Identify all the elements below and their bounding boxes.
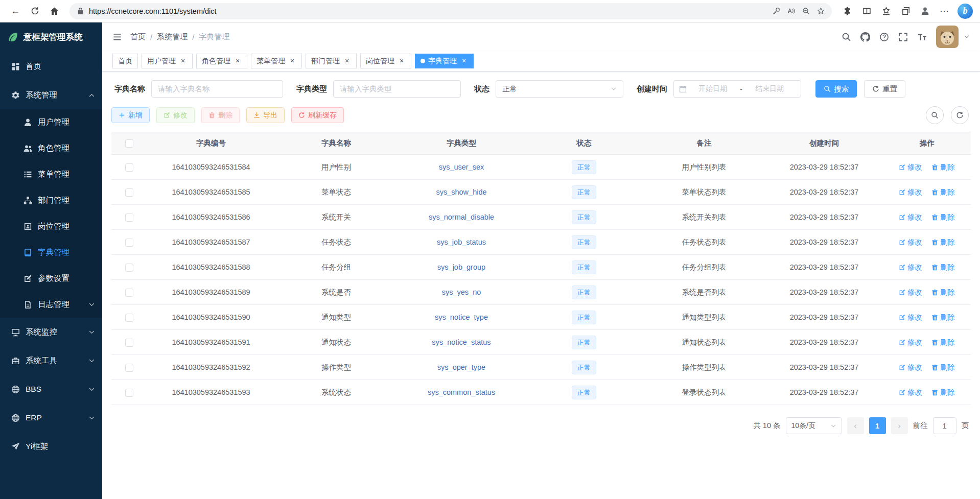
sidebar-item-dict-management[interactable]: 字典管理 <box>0 240 102 266</box>
row-checkbox[interactable] <box>125 389 133 397</box>
close-icon[interactable]: × <box>460 57 468 65</box>
row-checkbox[interactable] <box>125 188 133 197</box>
dict-type-link[interactable]: sys_notice_type <box>435 313 488 321</box>
reload-icon[interactable] <box>27 3 43 19</box>
toggle-search-icon[interactable] <box>926 106 944 124</box>
close-icon[interactable]: × <box>288 57 296 65</box>
sidebar-item-bbs[interactable]: BBS <box>0 375 102 403</box>
row-edit-button[interactable]: 修改 <box>899 288 922 297</box>
row-edit-button[interactable]: 修改 <box>899 313 922 322</box>
split-screen-icon[interactable] <box>858 3 875 19</box>
goto-page-input[interactable] <box>933 417 956 434</box>
row-checkbox[interactable] <box>125 339 133 347</box>
sidebar-item-user-management[interactable]: 用户管理 <box>0 109 102 135</box>
row-edit-button[interactable]: 修改 <box>899 187 922 197</box>
delete-button[interactable]: 删除 <box>201 107 240 123</box>
fullscreen-icon[interactable] <box>898 32 908 42</box>
url-text[interactable]: https://ccnetcore.com:1101/system/dict <box>89 7 768 15</box>
favorite-star-icon[interactable] <box>817 7 825 15</box>
row-checkbox[interactable] <box>125 289 133 297</box>
row-delete-button[interactable]: 删除 <box>931 363 955 372</box>
row-edit-button[interactable]: 修改 <box>899 263 922 272</box>
back-icon[interactable]: ← <box>7 3 24 19</box>
refresh-cache-button[interactable]: 刷新缓存 <box>291 107 344 123</box>
row-delete-button[interactable]: 删除 <box>931 263 955 272</box>
address-bar[interactable]: https://ccnetcore.com:1101/system/dict <box>69 3 832 19</box>
sidebar-item-role-management[interactable]: 角色管理 <box>0 135 102 161</box>
row-delete-button[interactable]: 删除 <box>931 388 955 397</box>
browser-profile-avatar[interactable] <box>917 3 933 19</box>
favorites-bar-icon[interactable] <box>878 3 894 19</box>
prev-page-button[interactable]: ‹ <box>847 417 864 434</box>
sidebar-item-post-management[interactable]: 岗位管理 <box>0 213 102 240</box>
sidebar-item-param-settings[interactable]: 参数设置 <box>0 266 102 292</box>
chevron-down-icon[interactable] <box>964 34 970 40</box>
read-aloud-icon[interactable] <box>787 7 795 15</box>
row-edit-button[interactable]: 修改 <box>899 363 922 372</box>
sidebar-item-menu-management[interactable]: 菜单管理 <box>0 161 102 187</box>
tab-dept-management[interactable]: 部门管理× <box>306 54 357 68</box>
row-delete-button[interactable]: 删除 <box>931 237 955 247</box>
sidebar-toggle-icon[interactable] <box>112 32 122 42</box>
row-edit-button[interactable]: 修改 <box>899 162 922 172</box>
row-delete-button[interactable]: 删除 <box>931 212 955 222</box>
dict-type-link[interactable]: sys_job_status <box>437 238 486 246</box>
date-range-picker[interactable]: 开始日期 - 结束日期 <box>673 80 801 98</box>
sidebar-item-system-monitor[interactable]: 系统监控 <box>0 318 102 346</box>
dict-name-input[interactable] <box>152 85 283 93</box>
sidebar-item-home[interactable]: 首页 <box>0 52 102 81</box>
edit-button[interactable]: 修改 <box>156 107 195 123</box>
github-icon[interactable] <box>860 32 870 42</box>
row-delete-button[interactable]: 删除 <box>931 313 955 322</box>
dict-type-link[interactable]: sys_oper_type <box>437 363 485 371</box>
font-size-icon[interactable] <box>917 32 927 42</box>
refresh-table-icon[interactable] <box>951 106 969 124</box>
sidebar-item-system-management[interactable]: 系统管理 <box>0 81 102 109</box>
dict-type-link[interactable]: sys_show_hide <box>436 188 486 196</box>
sidebar-item-erp[interactable]: ERP <box>0 403 102 432</box>
row-edit-button[interactable]: 修改 <box>899 237 922 247</box>
next-page-button[interactable]: › <box>891 417 908 434</box>
user-avatar[interactable] <box>936 26 959 48</box>
browser-home-icon[interactable] <box>46 3 62 19</box>
row-checkbox[interactable] <box>125 364 133 372</box>
select-all-checkbox[interactable] <box>125 139 133 148</box>
sidebar-item-dept-management[interactable]: 部门管理 <box>0 187 102 213</box>
status-select[interactable]: 正常 <box>496 80 623 98</box>
sidebar-item-yi-framework[interactable]: Yi框架 <box>0 432 102 461</box>
row-delete-button[interactable]: 删除 <box>931 338 955 347</box>
dict-type-link[interactable]: sys_job_group <box>437 263 485 271</box>
row-checkbox[interactable] <box>125 314 133 322</box>
row-checkbox[interactable] <box>125 213 133 222</box>
add-button[interactable]: 新增 <box>111 107 150 123</box>
bing-icon[interactable]: b <box>958 4 973 19</box>
row-checkbox[interactable] <box>125 264 133 272</box>
close-icon[interactable]: × <box>234 57 242 65</box>
extensions-icon[interactable] <box>839 3 855 19</box>
breadcrumb-item[interactable]: 首页 <box>130 32 146 42</box>
row-edit-button[interactable]: 修改 <box>899 388 922 397</box>
close-icon[interactable]: × <box>398 57 406 65</box>
password-key-icon[interactable] <box>773 7 780 15</box>
current-page-button[interactable]: 1 <box>869 417 886 434</box>
row-edit-button[interactable]: 修改 <box>899 338 922 347</box>
zoom-out-icon[interactable] <box>802 7 810 15</box>
tab-dict-management[interactable]: 字典管理× <box>415 54 474 68</box>
dict-type-link[interactable]: sys_normal_disable <box>429 213 494 221</box>
page-size-select[interactable]: 10条/页 <box>786 417 842 434</box>
help-icon[interactable] <box>879 32 889 42</box>
export-button[interactable]: 导出 <box>246 107 285 123</box>
tab-menu-management[interactable]: 菜单管理× <box>251 54 302 68</box>
tab-post-management[interactable]: 岗位管理× <box>360 54 411 68</box>
close-icon[interactable]: × <box>343 57 351 65</box>
row-checkbox[interactable] <box>125 163 133 172</box>
more-icon[interactable]: ⋯ <box>936 3 952 19</box>
sidebar-item-log-management[interactable]: 日志管理 <box>0 292 102 318</box>
close-icon[interactable]: × <box>179 57 187 65</box>
dict-type-input[interactable] <box>334 85 460 93</box>
dict-type-link[interactable]: sys_notice_status <box>432 338 491 346</box>
dict-type-link[interactable]: sys_user_sex <box>439 163 484 171</box>
search-button[interactable]: 搜索 <box>815 80 857 98</box>
row-delete-button[interactable]: 删除 <box>931 187 955 197</box>
row-delete-button[interactable]: 删除 <box>931 288 955 297</box>
